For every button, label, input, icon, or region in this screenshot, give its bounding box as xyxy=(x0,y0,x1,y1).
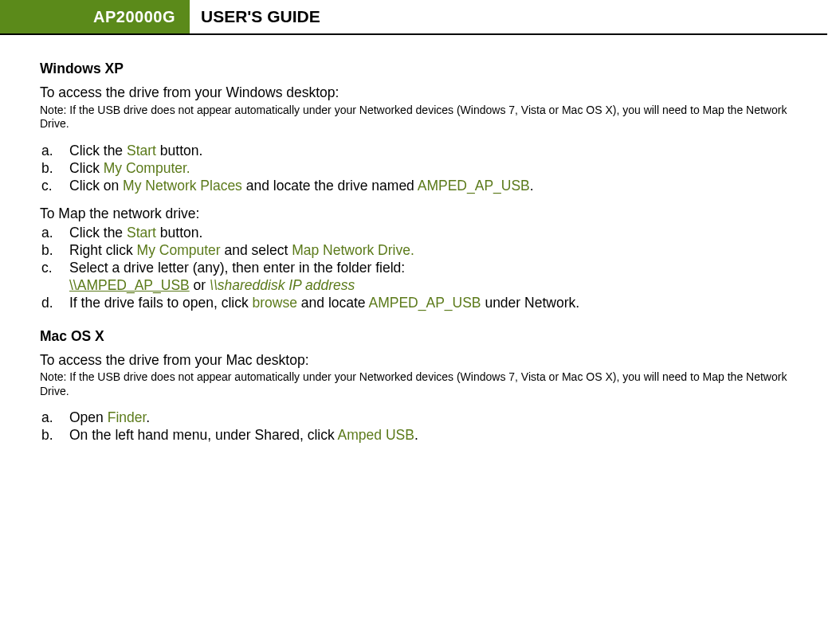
text: If the drive fails to open, click xyxy=(69,295,253,311)
winxp-intro: To access the drive from your Windows de… xyxy=(40,84,800,102)
ui-term: Start xyxy=(127,143,156,158)
ui-term: Map Network Drive. xyxy=(292,242,414,258)
list-body: Open Finder. xyxy=(69,409,800,427)
list-body: If the drive fails to open, click browse… xyxy=(69,295,800,312)
text: Click on xyxy=(69,178,123,194)
winxp-access-list: a. Click the Start button. b. Click My C… xyxy=(40,143,800,195)
mac-access-list: a. Open Finder. b. On the left hand menu… xyxy=(40,409,800,444)
page-content: Windows XP To access the drive from your… xyxy=(0,35,840,444)
list-body: Click the Start button. xyxy=(69,225,800,242)
ui-term: My Network Places xyxy=(123,178,242,194)
winxp-map-intro: To Map the network drive: xyxy=(40,205,800,223)
text: or xyxy=(190,277,210,293)
list-item: d. If the drive fails to open, click bro… xyxy=(40,295,800,312)
list-item: b. Right click My Computer and select Ma… xyxy=(40,242,800,260)
ui-term: My Computer. xyxy=(104,160,190,176)
text: button. xyxy=(156,143,202,158)
text: Open xyxy=(69,409,108,425)
list-marker: b. xyxy=(40,160,69,178)
text: Click the xyxy=(69,143,127,158)
list-body: Click on My Network Places and locate th… xyxy=(69,178,800,195)
text: under Network. xyxy=(481,295,580,311)
list-item: c. Select a drive letter (any), then ent… xyxy=(40,260,800,295)
list-item: c. Click on My Network Places and locate… xyxy=(40,178,800,195)
mac-heading: Mac OS X xyxy=(40,328,800,346)
text: . xyxy=(146,409,150,425)
list-item: a. Click the Start button. xyxy=(40,225,800,242)
header-title: USER'S GUIDE xyxy=(190,7,320,26)
unc-path: \\shareddisk IP address xyxy=(210,277,355,293)
ui-term: My Computer xyxy=(137,242,221,258)
ui-term: AMPED_AP_USB xyxy=(369,295,481,311)
list-item: b. On the left hand menu, under Shared, … xyxy=(40,427,800,444)
list-marker: a. xyxy=(40,143,69,160)
ui-term: Finder xyxy=(108,409,147,425)
list-marker: d. xyxy=(40,295,69,312)
list-body: On the left hand menu, under Shared, cli… xyxy=(69,427,800,444)
text: Right click xyxy=(69,242,137,258)
ui-term: Amped USB xyxy=(338,427,414,443)
text: Select a drive letter (any), then enter … xyxy=(69,260,800,277)
text: and locate the drive named xyxy=(242,178,418,194)
ui-term: AMPED_AP_USB xyxy=(418,178,530,194)
list-item: b. Click My Computer. xyxy=(40,160,800,178)
list-marker: a. xyxy=(40,409,69,427)
list-body: Click the Start button. xyxy=(69,143,800,160)
list-body: Right click My Computer and select Map N… xyxy=(69,242,800,260)
list-marker: c. xyxy=(40,260,69,295)
list-body: Select a drive letter (any), then enter … xyxy=(69,260,800,295)
text: and select xyxy=(221,242,292,258)
list-marker: b. xyxy=(40,242,69,260)
text: and locate xyxy=(297,295,369,311)
list-marker: b. xyxy=(40,427,69,444)
winxp-note: Note: If the USB drive does not appear a… xyxy=(40,104,800,131)
ui-term: Start xyxy=(127,225,156,241)
ui-term: browse xyxy=(253,295,297,311)
mac-note: Note: If the USB drive does not appear a… xyxy=(40,370,800,398)
list-body: Click My Computer. xyxy=(69,160,800,178)
text: Click the xyxy=(69,225,127,241)
list-item: a. Open Finder. xyxy=(40,409,800,427)
winxp-heading: Windows XP xyxy=(40,61,800,78)
header-bar: AP20000G USER'S GUIDE xyxy=(0,0,827,35)
text: On the left hand menu, under Shared, cli… xyxy=(69,427,338,443)
winxp-map-list: a. Click the Start button. b. Right clic… xyxy=(40,225,800,311)
list-marker: a. xyxy=(40,225,69,242)
unc-path: \\AMPED_AP_USB xyxy=(69,277,190,293)
header-model: AP20000G xyxy=(0,0,190,33)
list-marker: c. xyxy=(40,178,69,195)
list-item: a. Click the Start button. xyxy=(40,143,800,160)
text: . xyxy=(414,427,418,443)
mac-intro: To access the drive from your Mac deskto… xyxy=(40,352,800,370)
text: . xyxy=(530,178,534,194)
text: Click xyxy=(69,160,104,176)
text: button. xyxy=(156,225,202,241)
